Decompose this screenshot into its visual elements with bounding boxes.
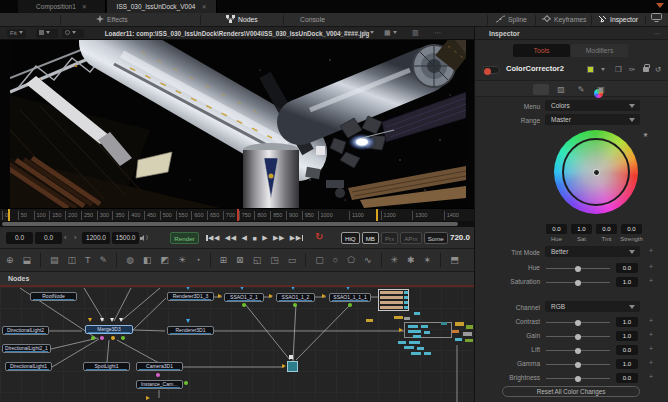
viewer-image[interactable] xyxy=(0,40,474,208)
slider-handle[interactable] xyxy=(575,334,581,340)
distant-node[interactable] xyxy=(455,322,464,326)
node-connector[interactable] xyxy=(119,318,123,322)
distant-node[interactable] xyxy=(404,296,408,299)
node-connector[interactable] xyxy=(111,336,115,340)
slider-handle[interactable] xyxy=(575,362,581,368)
distant-node[interactable] xyxy=(414,312,420,315)
tab-iss-comp[interactable]: ISS_030_IssUnDock_V004✕ xyxy=(107,0,217,13)
monitor-icon[interactable] xyxy=(651,13,662,27)
node-graph[interactable]: RootNodeRenderer3D1_3SSAO1_2_1SSAO1_1_2S… xyxy=(0,287,474,402)
distant-node[interactable] xyxy=(380,291,403,294)
color-wheel[interactable] xyxy=(554,130,638,214)
tab-overflow-icon[interactable] xyxy=(656,3,664,8)
distant-node[interactable] xyxy=(380,306,403,309)
node-underlay3d[interactable] xyxy=(287,361,298,372)
close-icon[interactable]: ✕ xyxy=(201,4,206,10)
distant-node[interactable] xyxy=(413,335,421,338)
distant-node[interactable] xyxy=(394,316,403,319)
rectangle-mask-tool-icon[interactable]: ▢ xyxy=(315,249,324,271)
brightness-value-field[interactable]: 0.0 xyxy=(616,373,638,383)
keyframes-button[interactable]: Keyframes xyxy=(542,13,586,27)
reset-icon[interactable]: ↺ xyxy=(655,65,661,74)
node-connector[interactable] xyxy=(218,294,222,298)
slider-handle[interactable] xyxy=(575,280,581,286)
tab-color-controls[interactable] xyxy=(533,84,549,95)
distant-node[interactable] xyxy=(455,338,462,341)
animate-plus-icon[interactable]: + xyxy=(649,277,653,284)
distant-node[interactable] xyxy=(404,317,410,320)
animate-plus-icon[interactable]: + xyxy=(649,317,653,324)
distant-node[interactable] xyxy=(411,352,421,355)
distant-node[interactable] xyxy=(404,306,408,309)
timeline-marker[interactable] xyxy=(8,209,10,221)
hue-slider[interactable] xyxy=(546,268,610,269)
node-connector[interactable] xyxy=(293,303,297,307)
resize-tool-icon[interactable]: ◱ xyxy=(253,249,262,271)
distant-node[interactable] xyxy=(421,325,428,328)
slider-handle[interactable] xyxy=(575,320,581,326)
range-in-field[interactable]: 1200.0 xyxy=(82,232,110,244)
spline-button[interactable]: Spline xyxy=(496,13,527,27)
distant-node[interactable] xyxy=(366,319,373,322)
gamma-value-field[interactable]: 1.0 xyxy=(616,359,638,369)
inspector-more-icon[interactable]: ⋯ xyxy=(653,27,660,40)
node-connector[interactable] xyxy=(88,318,92,322)
node-connector[interactable] xyxy=(186,287,190,290)
goto-start-button[interactable]: ◀◀ xyxy=(206,234,219,242)
node-connector[interactable] xyxy=(100,318,104,322)
slider-handle[interactable] xyxy=(575,376,581,382)
distant-node[interactable] xyxy=(408,330,421,333)
tint-mode-dropdown[interactable]: Better xyxy=(545,246,640,257)
stop-button[interactable]: ■ xyxy=(252,235,256,242)
chevron-down-icon[interactable] xyxy=(601,68,605,71)
node-connector[interactable] xyxy=(240,287,244,290)
mode-prx-button[interactable]: Prx xyxy=(381,232,398,244)
mode-aprx-button[interactable]: APrx xyxy=(400,232,421,244)
node-connector[interactable] xyxy=(242,303,246,307)
node-connector[interactable] xyxy=(156,373,160,377)
frame-rate-value[interactable]: 720.0 xyxy=(430,231,470,245)
hue-saturation-tool-icon[interactable]: ◔ xyxy=(195,249,200,271)
timeline-ruler[interactable]: 0501001502002503003504004505005506006507… xyxy=(0,208,474,221)
gain-value-field[interactable]: 1.0 xyxy=(616,331,638,341)
distant-node[interactable] xyxy=(404,291,408,294)
tab-levels[interactable]: ▨ xyxy=(553,84,569,95)
menu-dropdown[interactable]: Colors xyxy=(545,100,640,111)
tab-settings[interactable]: ▣ xyxy=(593,84,609,95)
distant-node[interactable] xyxy=(441,322,447,325)
node-connector[interactable] xyxy=(399,328,403,332)
slider-handle[interactable] xyxy=(575,348,581,354)
node-connector[interactable] xyxy=(121,336,125,340)
tile-color-chip[interactable] xyxy=(587,66,594,73)
tint-value-field[interactable]: 0.0 xyxy=(596,224,617,234)
particle-emitter-tool-icon[interactable]: ✳ xyxy=(391,249,399,271)
current-time-field[interactable]: 0.0 xyxy=(6,232,33,244)
timeline-marker[interactable] xyxy=(376,209,378,221)
mode-mb-button[interactable]: MB xyxy=(362,232,379,244)
text-tool-icon[interactable]: T xyxy=(85,249,91,271)
channel-dropdown[interactable]: RGB xyxy=(545,301,640,312)
tab-options[interactable]: ✎ xyxy=(573,84,589,95)
transform-tool-icon[interactable]: ⊞ xyxy=(220,249,228,271)
timeline-scrollbar[interactable] xyxy=(2,222,458,226)
node-connector[interactable] xyxy=(146,396,150,400)
distant-node[interactable] xyxy=(417,347,424,350)
grid-dropdown[interactable]: ▦ xyxy=(384,29,397,37)
nodes-panel-header[interactable]: Nodes xyxy=(0,271,474,285)
tool-enable-toggle[interactable] xyxy=(482,66,500,74)
color-curves-tool-icon[interactable]: ◩ xyxy=(161,249,170,271)
node-connector[interactable] xyxy=(269,294,273,298)
node-connector[interactable] xyxy=(322,294,326,298)
node-connector[interactable] xyxy=(91,336,95,340)
distant-node[interactable] xyxy=(463,332,472,336)
close-icon[interactable]: ✕ xyxy=(82,4,87,10)
contrast-value-field[interactable]: 1.0 xyxy=(616,317,638,327)
fast-forward-button[interactable]: ▶▶ xyxy=(273,234,284,242)
reset-all-button[interactable]: Reset All Color Changes xyxy=(502,386,640,397)
hue-value-field[interactable]: 0.0 xyxy=(546,224,567,234)
node-connector[interactable] xyxy=(100,336,104,340)
mode-hiq-button[interactable]: HiQ xyxy=(341,232,360,244)
hue-value-field[interactable]: 0.0 xyxy=(616,263,638,273)
range-out-field[interactable]: 1500.0 xyxy=(112,232,139,244)
bspline-mask-tool-icon[interactable]: ∿ xyxy=(364,249,372,271)
